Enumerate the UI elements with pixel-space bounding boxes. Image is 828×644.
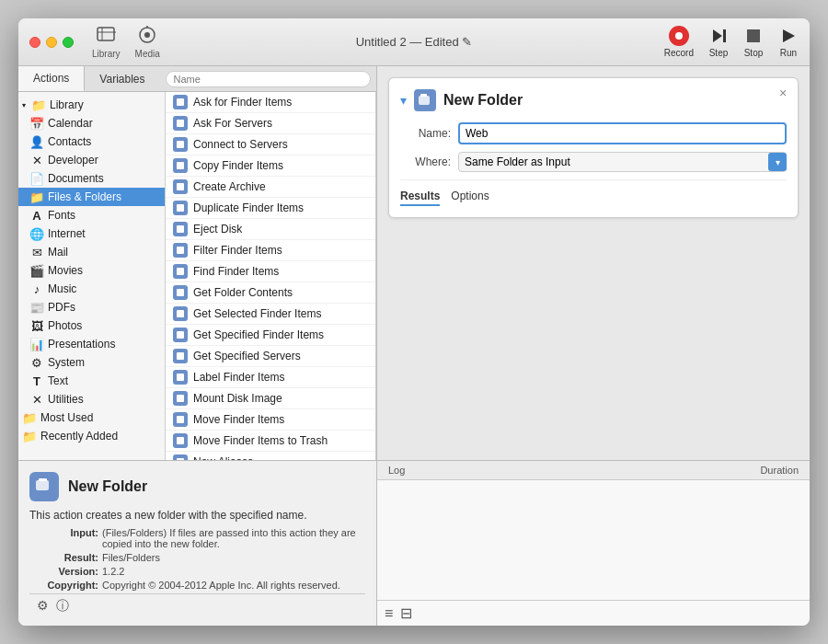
sidebar-item-most-used[interactable]: 📁 Most Used (18, 408, 165, 427)
name-input[interactable] (458, 122, 787, 144)
log-label: Log (388, 465, 405, 476)
action-icon (173, 243, 188, 258)
svg-rect-18 (177, 247, 184, 254)
sidebar-item-library[interactable]: ▾ 📁 Library (18, 96, 165, 114)
action-icon (173, 179, 188, 194)
svg-rect-34 (420, 94, 427, 97)
sidebar-developer-label: Developer (48, 154, 98, 167)
documents-icon: 📄 (29, 171, 44, 186)
sidebar-music-label: Music (48, 282, 76, 295)
action-item[interactable]: Filter Finder Items (166, 240, 375, 261)
sidebar-item-internet[interactable]: 🌐 Internet (18, 224, 165, 243)
action-item[interactable]: Ask For Servers (166, 113, 375, 134)
svg-rect-22 (177, 331, 184, 339)
action-item[interactable]: Get Folder Contents (166, 282, 375, 304)
log-list-icon[interactable]: ≡ (385, 605, 393, 622)
sidebar-item-system[interactable]: ⚙ System (18, 353, 165, 372)
minimize-button[interactable] (46, 37, 57, 48)
info-row-version: Version: 1.2.2 (29, 566, 365, 577)
sidebar-item-presentations[interactable]: 📊 Presentations (18, 335, 165, 353)
svg-marker-10 (783, 29, 795, 42)
sidebar-item-contacts[interactable]: 👤 Contacts (18, 132, 165, 151)
toolbar-right: Record Step Stop (664, 26, 799, 58)
sidebar-item-utilities[interactable]: ✕ Utilities (18, 390, 165, 408)
card-tab-results[interactable]: Results (400, 188, 440, 206)
sidebar-item-mail[interactable]: ✉ Mail (18, 243, 165, 261)
action-item[interactable]: Create Archive (166, 177, 375, 198)
developer-icon: ✕ (29, 153, 44, 167)
action-item[interactable]: Ask for Finder Items (166, 92, 375, 113)
sidebar-item-fonts[interactable]: A Fonts (18, 206, 165, 224)
svg-rect-15 (177, 183, 184, 190)
library-label: Library (92, 49, 121, 59)
movies-icon: 🎬 (29, 263, 44, 278)
stop-button[interactable]: Stop (743, 26, 764, 58)
sidebar-item-movies[interactable]: 🎬 Movies (18, 261, 165, 280)
svg-rect-16 (177, 204, 184, 212)
sidebar-item-recently-added[interactable]: 📁 Recently Added (18, 427, 165, 445)
action-item[interactable]: Find Finder Items (166, 261, 375, 282)
sidebar-item-calendar[interactable]: 📅 Calendar (18, 114, 165, 132)
library-button[interactable]: Library (92, 25, 121, 59)
card-chevron-icon: ▾ (400, 93, 407, 108)
svg-rect-24 (177, 374, 184, 381)
run-button[interactable]: Run (778, 26, 799, 58)
svg-rect-27 (177, 437, 184, 444)
sidebar-item-photos[interactable]: 🖼 Photos (18, 316, 165, 335)
sidebar-presentations-label: Presentations (48, 338, 115, 351)
card-tab-options[interactable]: Options (451, 188, 489, 206)
files-folders-icon: 📁 (29, 190, 44, 204)
tab-actions[interactable]: Actions (18, 66, 85, 91)
action-item[interactable]: Duplicate Finder Items (166, 198, 375, 219)
sidebar-photos-label: Photos (48, 319, 82, 332)
action-item[interactable]: Eject Disk (166, 219, 375, 240)
info-copyright-value: Copyright © 2004-2012 Apple Inc. All rig… (102, 580, 365, 591)
sidebar-item-documents[interactable]: 📄 Documents (18, 169, 165, 188)
action-item[interactable]: Move Finder Items (166, 409, 375, 431)
record-label: Record (664, 48, 694, 58)
card-title: New Folder (443, 92, 523, 109)
sidebar-item-files-folders[interactable]: 📁 Files & Folders (18, 188, 165, 206)
pdfs-icon: 📰 (29, 300, 44, 315)
action-icon (173, 95, 188, 109)
maximize-button[interactable] (63, 37, 74, 48)
sidebar-item-pdfs[interactable]: 📰 PDFs (18, 298, 165, 316)
record-button[interactable]: Record (664, 26, 694, 58)
mail-icon: ✉ (29, 245, 44, 259)
step-button[interactable]: Step (708, 26, 729, 58)
info-row-copyright: Copyright: Copyright © 2004-2012 Apple I… (29, 580, 365, 591)
action-item[interactable]: New Aliases (166, 452, 375, 460)
action-item[interactable]: Move Finder Items to Trash (166, 431, 375, 452)
action-item[interactable]: Mount Disk Image (166, 388, 375, 409)
search-input[interactable] (166, 71, 372, 87)
info-icon[interactable]: ⓘ (56, 598, 69, 615)
action-item[interactable]: Copy Finder Items (166, 155, 375, 177)
info-row-input: Input: (Files/Folders) If files are pass… (29, 527, 365, 549)
log-split-icon[interactable]: ⊟ (400, 604, 412, 622)
text-icon: T (29, 374, 44, 388)
sidebar-item-text[interactable]: T Text (18, 372, 165, 390)
tab-variables[interactable]: Variables (85, 66, 159, 91)
sidebar-item-music[interactable]: ♪ Music (18, 280, 165, 298)
sidebar-item-developer[interactable]: ✕ Developer (18, 151, 165, 169)
media-button[interactable]: Media (135, 25, 160, 59)
svg-rect-31 (36, 480, 49, 490)
action-item[interactable]: Get Specified Finder Items (166, 325, 375, 346)
step-icon (708, 26, 729, 46)
action-item[interactable]: Connect to Servers (166, 134, 375, 155)
close-button[interactable] (29, 37, 40, 48)
info-panel-icon (29, 472, 59, 501)
action-icon (173, 370, 188, 385)
info-panel-header: New Folder (29, 472, 365, 501)
action-item[interactable]: Get Specified Servers (166, 346, 375, 367)
card-close-button[interactable]: × (776, 86, 790, 100)
photos-icon: 🖼 (29, 318, 44, 333)
where-select[interactable]: Same Folder as Input Desktop Documents (458, 152, 787, 172)
svg-rect-21 (177, 310, 184, 317)
settings-icon[interactable]: ⚙ (37, 598, 49, 615)
action-item[interactable]: Label Finder Items (166, 367, 375, 388)
svg-rect-33 (419, 96, 430, 105)
action-icon (173, 285, 188, 300)
action-item[interactable]: Get Selected Finder Items (166, 304, 375, 325)
action-editor: ▾ New Folder × Name: (377, 66, 810, 460)
